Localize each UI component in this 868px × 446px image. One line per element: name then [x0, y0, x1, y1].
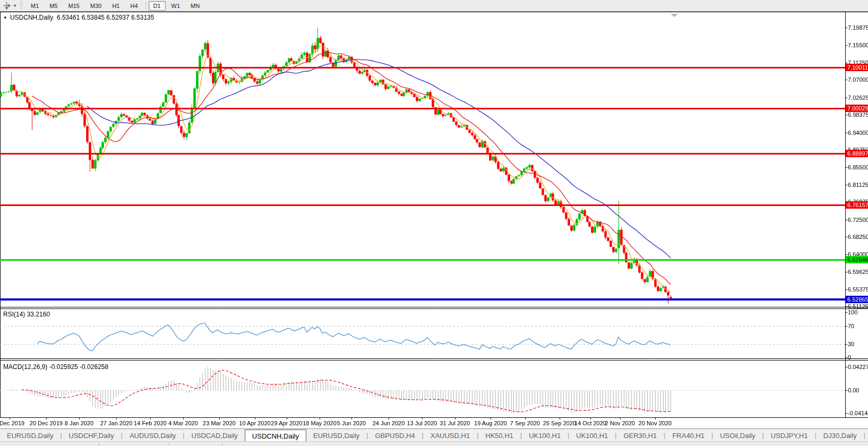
tf-button-w1[interactable]: W1 — [167, 1, 185, 11]
tf-button-d1[interactable]: D1 — [149, 1, 166, 11]
tab-usoil-daily[interactable]: USOil,Daily — [713, 429, 762, 442]
cursor-dropdown-caret-icon[interactable]: ▼ — [12, 4, 18, 7]
tf-button-mn[interactable]: MN — [186, 1, 204, 11]
date-label: 31 Jul 2020 — [440, 420, 470, 426]
crosshair-cursor-icon[interactable] — [1, 2, 12, 10]
date-label: 14 Oct 2020 — [574, 420, 606, 426]
date-label: 20 Dec 2019 — [30, 420, 63, 426]
price-tick-label: 6.81125 — [848, 182, 868, 188]
toolbar: ▼ M1M5M15M30H1H4D1W1MN — [0, 0, 868, 12]
tab-dj30-daily[interactable]: DJ30,Daily — [817, 429, 864, 442]
date-label: 25 Sep 2020 — [543, 420, 576, 426]
tab-fra40-h1[interactable]: FRA40,H1 — [665, 429, 711, 442]
tab-hk50-h1[interactable]: HK50,H1 — [478, 429, 520, 442]
price-tick-label: 7.07000 — [848, 76, 868, 83]
date-label: 13 Jul 2020 — [407, 420, 437, 426]
tf-button-m1[interactable]: M1 — [26, 1, 44, 11]
date-label: 29 Apr 2020 — [271, 420, 302, 426]
date-label: 2 Dec 2019 — [0, 420, 24, 426]
chart-symbol-label: USDCNH,Daily — [10, 14, 53, 21]
macd-indicator-label: MACD(12,26,9) -0.025925 -0.026258 — [3, 363, 108, 371]
date-label: 18 May 2020 — [303, 420, 337, 426]
date-label: 27 Jan 2020 — [100, 420, 133, 426]
status-divider — [169, 442, 169, 446]
rsi-tick-label: 30 — [848, 341, 854, 347]
tab-xauusd-h1[interactable]: XAUUSD,H1 — [424, 429, 477, 442]
tab-gbpusd-h4[interactable]: GBPUSD,H4 — [368, 429, 422, 442]
price-tick-label: 6.68250 — [848, 234, 868, 240]
macd-values: -0.025925 -0.026258 — [49, 363, 108, 371]
tab-eurusd-daily[interactable]: EURUSD,Daily — [0, 429, 60, 442]
toolbar-separator — [145, 2, 146, 10]
date-label: 24 Jun 2020 — [373, 420, 405, 426]
tf-button-m5[interactable]: M5 — [45, 1, 62, 11]
price-tick-label: 6.59625 — [848, 269, 868, 275]
tab-china300-h1[interactable]: CHINA300,H1 — [865, 429, 868, 442]
tab-usdjpy-h1[interactable]: USDJPY,H1 — [764, 429, 815, 442]
tf-button-h4[interactable]: H4 — [125, 1, 142, 11]
price-tick-label: 6.55375 — [848, 286, 868, 293]
chart-dropdown-icon[interactable]: ▼ — [3, 15, 7, 20]
date-label: 10 Apr 2020 — [239, 420, 270, 426]
macd-tick-label: 0.042275 — [848, 364, 868, 370]
tab-eurusd-daily[interactable]: EURUSD,Daily — [306, 429, 366, 442]
tf-button-m30[interactable]: M30 — [85, 1, 106, 11]
tab-uk100-h1[interactable]: UK100,H1 — [569, 429, 615, 442]
rsi-indicator-label: RSI(14) 33.2160 — [3, 311, 50, 318]
mt4-window: ▼ M1M5M15M30H1H4D1W1MN ▼USDCNH,Daily 6.5… — [0, 0, 868, 446]
status-divider — [222, 442, 222, 446]
price-tick-label: 6.94000 — [848, 130, 868, 136]
rsi-tick-label: 70 — [848, 323, 854, 329]
macd-tick-label: -0.04148 — [848, 410, 868, 416]
tab-usdcnh-daily[interactable]: USDCNH,Daily — [245, 430, 306, 442]
price-tick-label: 7.02625 — [848, 95, 868, 101]
status-bar — [0, 441, 868, 446]
price-tick-label: 6.72500 — [848, 217, 868, 223]
price-tick-label: 7.15500 — [848, 42, 868, 48]
timeframe-buttons: M1M5M15M30H1H4D1W1MN — [25, 1, 205, 11]
hline-price-badge: 7.10011 — [846, 64, 868, 71]
price-tick-label: 6.85500 — [848, 164, 868, 170]
tab-uk100-h1[interactable]: UK100,H1 — [522, 429, 568, 442]
status-divider — [99, 442, 99, 446]
hline-price-badge: 6.62646 — [846, 256, 868, 263]
tab-usdcad-daily[interactable]: USDCAD,Daily — [184, 429, 244, 442]
tab-usdchf-daily[interactable]: USDCHF,Daily — [62, 429, 121, 442]
rsi-tick-label: 0 — [848, 354, 851, 361]
chart-tab-bar: EURUSD,Daily|USDCHF,Daily|AUDUSD,Daily|U… — [0, 428, 868, 442]
date-label: 2 Nov 2020 — [605, 420, 635, 426]
date-label: 8 Jan 2020 — [65, 420, 93, 426]
tf-button-h1[interactable]: H1 — [107, 1, 124, 11]
macd-tick-label: 0.00 — [848, 387, 859, 393]
date-label: 19 Aug 2020 — [474, 420, 507, 426]
date-label: 20 Nov 2020 — [639, 420, 672, 426]
date-label: 7 Sep 2020 — [510, 420, 540, 426]
date-label: 14 Feb 2020 — [134, 420, 167, 426]
hline-price-badge: 7.00029 — [846, 105, 868, 112]
price-tick-label: 6.98375 — [848, 112, 868, 118]
tf-button-m15[interactable]: M15 — [64, 1, 84, 11]
price-tick-label: 7.19875 — [848, 24, 868, 31]
hline-price-badge: 6.76157 — [846, 201, 868, 209]
tab-audusd-daily[interactable]: AUDUSD,Daily — [123, 429, 183, 442]
rsi-value: 33.2160 — [27, 311, 50, 318]
date-label: 23 Mar 2020 — [203, 420, 236, 426]
date-label: 4 Mar 2020 — [168, 420, 198, 426]
tab-ger30-h1[interactable]: GER30,H1 — [616, 429, 664, 442]
rsi-tick-label: 100 — [848, 309, 857, 315]
chart-ohlc-values: 6.53461 6.53845 6.52937 6.53135 — [57, 14, 154, 21]
toolbar-grip — [20, 2, 22, 10]
chart-canvas[interactable] — [0, 0, 868, 446]
chart-title: ▼USDCNH,Daily 6.53461 6.53845 6.52937 6.… — [3, 14, 154, 21]
hline-price-badge: 6.52865 — [846, 296, 868, 303]
date-label: 5 Jun 2020 — [337, 420, 366, 426]
hline-price-badge: 6.88897 — [846, 150, 868, 157]
